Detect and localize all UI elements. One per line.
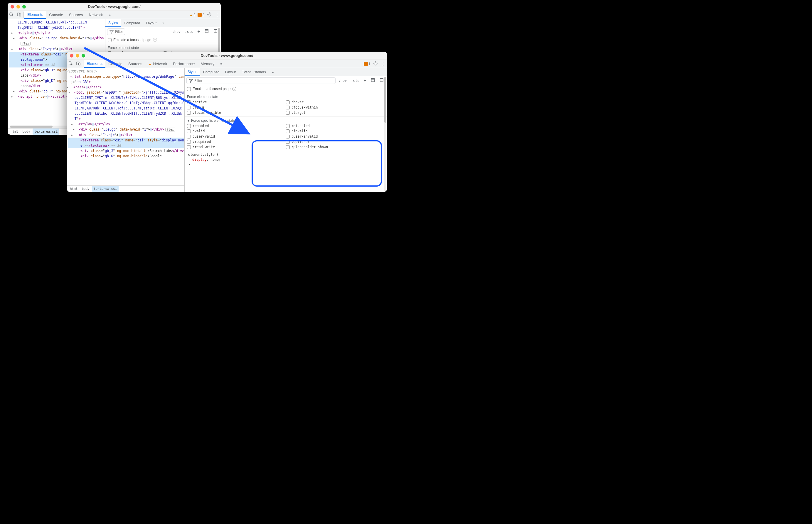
crumb-textarea[interactable]: textarea.csi [92,186,118,192]
emulate-row[interactable]: Emulate a focused page ? [185,85,387,93]
dom-line[interactable]: <div class="gb_J" ng-non-bindable>Search… [68,148,184,153]
tab-overflow[interactable]: » [106,11,114,19]
computed-toggle-icon[interactable] [369,78,376,83]
tab-sources[interactable]: Sources [125,60,145,68]
cls-button[interactable]: .cls [350,79,361,83]
v-scrollbar[interactable] [384,77,386,191]
gear-icon[interactable] [206,12,213,18]
pseudo-focus[interactable]: :focus [187,105,286,110]
close-icon[interactable] [11,5,14,9]
pseudo-focus-visible[interactable]: :focus-visible [187,111,286,115]
stab-computed[interactable]: Computed [200,68,222,76]
dom-line[interactable]: ▸<div class="L3eUgb" data-hveid="1">⋯</d… [9,35,105,46]
tab-elements[interactable]: Elements [84,60,106,68]
dom-line-selected[interactable]: ⋯ <textarea class="csi" name="csi" style… [68,137,184,148]
zoom-icon[interactable] [22,5,26,9]
tab-overflow[interactable]: » [218,60,225,68]
tab-memory[interactable]: Memory [198,60,218,68]
hov-button[interactable]: :hov [171,30,182,34]
dom-line[interactable]: <html itemscope itemtype="http://schema.… [68,74,184,84]
minimize-icon[interactable] [76,54,79,58]
pseudo-focus-within[interactable]: :focus-within [286,105,385,110]
warnings-badge[interactable]: ▲2 [188,13,197,17]
crumb-html[interactable]: html [9,129,20,135]
pseudo-hover[interactable]: :hover [286,100,385,104]
dom-line[interactable]: ▸<div class="Fgvgjc">⋯</div> [9,46,105,52]
crumb-body[interactable]: body [21,129,32,135]
dom-line[interactable]: ▸<style>⋯</style> [9,30,105,35]
errors-badge[interactable]: !2 [196,13,206,17]
stab-overflow[interactable]: » [159,19,167,27]
stab-styles[interactable]: Styles [185,68,200,76]
zoom-icon[interactable] [82,54,85,58]
kebab-icon[interactable]: ⋮ [213,13,221,17]
emulate-row[interactable]: Emulate a focused page ? [106,36,221,44]
specific-pseudo-grid: :enabled :disabled :valid :invalid :user… [185,124,387,151]
stab-layout[interactable]: Layout [222,68,239,76]
crumb-body[interactable]: body [80,186,92,192]
crumb-html[interactable]: html [68,186,80,192]
pseudo-active[interactable]: :active [187,100,286,104]
stab-layout[interactable]: Layout [143,19,159,27]
tab-elements[interactable]: Elements [25,11,46,19]
pseudo-optional[interactable]: :optional [286,140,385,144]
dom-panel[interactable]: <!DOCTYPE html> <html itemscope itemtype… [67,68,184,192]
pseudo-placeholder-shown[interactable]: :placeholder-shown [286,145,385,149]
stab-styles[interactable]: Styles [106,19,121,27]
cls-button[interactable]: .cls [184,30,194,34]
dom-line[interactable]: ▸<style>⋯</style> [68,121,184,127]
filter-toolbar: Filter :hov .cls + [185,76,387,85]
hov-button[interactable]: :hov [337,79,348,83]
pseudo-target[interactable]: :target [286,111,385,115]
dom-line[interactable]: LIENT;JL9QDc:.CLIENT;kWlxhc:.CLIENT;qGMT… [9,20,105,30]
pseudo-valid[interactable]: :valid [187,129,286,133]
stab-computed[interactable]: Computed [121,19,143,27]
dom-line[interactable]: ▸<div class="L3eUgb" data-hveid="1">⋯</d… [68,127,184,132]
main-toolbar: Elements Console Sources ▲Network Perfor… [67,60,387,68]
dom-line[interactable]: ▾<body jsmodel="hspDDf " jsaction="xjhTI… [68,90,184,121]
inspect-icon[interactable] [7,12,15,18]
tab-sources[interactable]: Sources [66,11,86,19]
device-icon[interactable] [15,12,23,18]
window-title: DevTools - www.google.com/ [7,4,221,9]
new-rule-button[interactable]: + [362,78,368,83]
crumb-textarea[interactable]: textarea.csi [33,129,59,135]
pseudo-disabled[interactable]: :disabled [286,124,385,128]
checkbox[interactable] [108,38,112,42]
help-icon[interactable]: ? [153,38,157,42]
force-specific-label[interactable]: ▼Force specific element state [185,116,387,124]
filter-input[interactable]: Filter [107,29,125,35]
flex-badge[interactable]: flex [165,128,175,131]
css-rules[interactable]: element.style { display: none; } [185,151,387,168]
computed-toggle-icon[interactable] [203,29,210,34]
flex-badge[interactable]: flex [20,42,31,46]
close-icon[interactable] [70,54,74,58]
device-icon[interactable] [75,61,82,67]
dom-line[interactable]: <div class="gb_K" ng-non-bindable>Google [68,153,184,159]
tab-console[interactable]: Console [46,11,66,19]
inspect-icon[interactable] [67,61,75,67]
kebab-icon[interactable]: ⋮ [379,62,387,66]
checkbox[interactable] [187,87,191,91]
dom-line[interactable]: ▸<head>⋯</head> [68,84,184,90]
pseudo-read-write[interactable]: :read-write [187,145,286,149]
errors-badge[interactable]: !1 [363,62,372,66]
pseudo-enabled[interactable]: :enabled [187,124,286,128]
tab-performance[interactable]: Performance [170,60,197,68]
tab-network[interactable]: ▲Network [145,60,170,68]
minimize-icon[interactable] [16,5,20,9]
stab-overflow[interactable]: » [269,68,277,76]
tab-network[interactable]: Network [86,11,106,19]
help-icon[interactable]: ? [232,87,236,91]
dom-line[interactable]: ▸<div class="Fgvgjc">⋯</div> [68,132,184,137]
new-rule-button[interactable]: + [196,29,202,34]
tab-console[interactable]: Console [106,60,125,68]
filter-input[interactable]: Filter [187,78,336,84]
pseudo-user-valid[interactable]: :user-valid [187,134,286,138]
gear-icon[interactable] [372,61,379,67]
pseudo-user-invalid[interactable]: :user-invalid [286,134,385,138]
pseudo-invalid[interactable]: :invalid [286,129,385,133]
pseudo-required[interactable]: :required [187,140,286,144]
dom-line[interactable]: <!DOCTYPE html> [68,69,184,74]
stab-event-listeners[interactable]: Event Listeners [239,68,269,76]
